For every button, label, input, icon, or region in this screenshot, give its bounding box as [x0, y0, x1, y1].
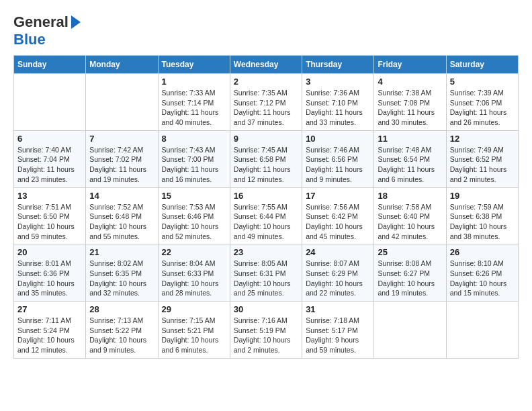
day-number: 1 — [162, 77, 226, 87]
daylight-text: Daylight: 10 hours and 52 minutes. — [162, 222, 219, 240]
calendar-cell: 17 Sunrise: 7:56 AM Sunset: 6:42 PM Dayl… — [302, 187, 374, 244]
calendar-cell: 6 Sunrise: 7:40 AM Sunset: 7:04 PM Dayli… — [14, 130, 86, 187]
sunrise-text: Sunrise: 7:52 AM — [89, 203, 143, 211]
day-number: 30 — [234, 304, 298, 314]
day-number: 10 — [306, 134, 370, 144]
sunset-text: Sunset: 7:00 PM — [162, 155, 214, 163]
calendar-cell: 7 Sunrise: 7:42 AM Sunset: 7:02 PM Dayli… — [86, 130, 158, 187]
calendar-cell: 28 Sunrise: 7:13 AM Sunset: 5:22 PM Dayl… — [86, 302, 158, 359]
sunset-text: Sunset: 5:17 PM — [306, 326, 358, 334]
day-info: Sunrise: 8:01 AM Sunset: 6:36 PM Dayligh… — [17, 259, 82, 298]
sunrise-text: Sunrise: 7:40 AM — [17, 146, 71, 154]
daylight-text: Daylight: 10 hours and 9 minutes. — [89, 336, 146, 354]
day-number: 8 — [162, 134, 226, 144]
daylight-text: Daylight: 10 hours and 6 minutes. — [162, 336, 219, 354]
day-info: Sunrise: 8:07 AM Sunset: 6:29 PM Dayligh… — [306, 259, 370, 298]
calendar-cell: 4 Sunrise: 7:38 AM Sunset: 7:08 PM Dayli… — [374, 74, 446, 131]
calendar-cell: 27 Sunrise: 7:11 AM Sunset: 5:24 PM Dayl… — [14, 302, 86, 359]
calendar-cell: 25 Sunrise: 8:08 AM Sunset: 6:27 PM Dayl… — [374, 244, 446, 302]
sunrise-text: Sunrise: 7:35 AM — [234, 89, 287, 97]
daylight-text: Daylight: 10 hours and 38 minutes. — [450, 222, 507, 240]
sunrise-text: Sunrise: 7:36 AM — [306, 89, 359, 97]
sunset-text: Sunset: 7:14 PM — [162, 99, 214, 107]
calendar-week-3: 13 Sunrise: 7:51 AM Sunset: 6:50 PM Dayl… — [14, 187, 519, 244]
sunset-text: Sunset: 6:42 PM — [306, 212, 358, 220]
calendar-cell: 21 Sunrise: 8:02 AM Sunset: 6:35 PM Dayl… — [86, 244, 158, 302]
day-number: 21 — [89, 247, 154, 257]
calendar-cell — [446, 302, 518, 359]
sunset-text: Sunset: 7:02 PM — [89, 155, 142, 163]
sunset-text: Sunset: 6:44 PM — [234, 212, 286, 220]
day-number: 29 — [162, 304, 226, 314]
calendar-cell: 16 Sunrise: 7:55 AM Sunset: 6:44 PM Dayl… — [230, 187, 302, 244]
sunrise-text: Sunrise: 7:15 AM — [162, 316, 216, 324]
day-header-wednesday: Wednesday — [230, 56, 302, 74]
sunrise-text: Sunrise: 7:48 AM — [378, 146, 431, 154]
day-number: 4 — [378, 77, 442, 87]
calendar-cell: 1 Sunrise: 7:33 AM Sunset: 7:14 PM Dayli… — [158, 74, 230, 131]
daylight-text: Daylight: 11 hours and 33 minutes. — [306, 108, 363, 126]
day-info: Sunrise: 7:13 AM Sunset: 5:22 PM Dayligh… — [89, 316, 154, 355]
sunset-text: Sunset: 6:46 PM — [162, 212, 214, 220]
calendar-cell: 19 Sunrise: 7:59 AM Sunset: 6:38 PM Dayl… — [446, 187, 518, 244]
sunrise-text: Sunrise: 7:45 AM — [234, 146, 287, 154]
sunset-text: Sunset: 7:06 PM — [450, 99, 502, 107]
sunrise-text: Sunrise: 7:51 AM — [17, 203, 71, 211]
day-info: Sunrise: 7:45 AM Sunset: 6:58 PM Dayligh… — [234, 145, 298, 185]
day-info: Sunrise: 7:36 AM Sunset: 7:10 PM Dayligh… — [306, 88, 370, 128]
daylight-text: Daylight: 11 hours and 23 minutes. — [17, 165, 75, 183]
calendar-cell: 13 Sunrise: 7:51 AM Sunset: 6:50 PM Dayl… — [14, 187, 86, 244]
sunrise-text: Sunrise: 7:11 AM — [17, 316, 71, 324]
sunrise-text: Sunrise: 7:16 AM — [234, 316, 287, 324]
daylight-text: Daylight: 10 hours and 32 minutes. — [89, 279, 146, 298]
daylight-text: Daylight: 10 hours and 22 minutes. — [306, 279, 363, 298]
day-info: Sunrise: 7:53 AM Sunset: 6:46 PM Dayligh… — [162, 202, 226, 242]
day-number: 22 — [162, 247, 226, 257]
daylight-text: Daylight: 11 hours and 30 minutes. — [378, 108, 435, 126]
sunrise-text: Sunrise: 7:43 AM — [162, 146, 216, 154]
calendar-week-1: 1 Sunrise: 7:33 AM Sunset: 7:14 PM Dayli… — [14, 74, 519, 131]
day-info: Sunrise: 8:05 AM Sunset: 6:31 PM Dayligh… — [234, 259, 298, 298]
calendar-cell: 15 Sunrise: 7:53 AM Sunset: 6:46 PM Dayl… — [158, 187, 230, 244]
sunset-text: Sunset: 6:56 PM — [306, 155, 358, 163]
daylight-text: Daylight: 10 hours and 35 minutes. — [17, 279, 75, 298]
day-header-monday: Monday — [86, 56, 158, 74]
calendar-cell — [14, 74, 86, 131]
day-info: Sunrise: 7:49 AM Sunset: 6:52 PM Dayligh… — [450, 145, 515, 185]
day-number: 15 — [162, 191, 226, 201]
day-number: 6 — [17, 134, 82, 144]
daylight-text: Daylight: 11 hours and 37 minutes. — [234, 108, 291, 126]
daylight-text: Daylight: 11 hours and 40 minutes. — [162, 108, 219, 126]
day-number: 18 — [378, 191, 442, 201]
sunrise-text: Sunrise: 7:56 AM — [306, 203, 359, 211]
calendar-cell: 31 Sunrise: 7:18 AM Sunset: 5:17 PM Dayl… — [302, 302, 374, 359]
daylight-text: Daylight: 11 hours and 6 minutes. — [378, 165, 435, 183]
calendar-cell: 22 Sunrise: 8:04 AM Sunset: 6:33 PM Dayl… — [158, 244, 230, 302]
sunset-text: Sunset: 6:35 PM — [89, 269, 142, 277]
day-number: 9 — [234, 134, 298, 144]
daylight-text: Daylight: 11 hours and 19 minutes. — [89, 165, 146, 183]
sunrise-text: Sunrise: 8:05 AM — [234, 259, 287, 267]
day-number: 11 — [378, 134, 442, 144]
day-info: Sunrise: 7:56 AM Sunset: 6:42 PM Dayligh… — [306, 202, 370, 242]
day-header-tuesday: Tuesday — [158, 56, 230, 74]
sunset-text: Sunset: 6:40 PM — [378, 212, 430, 220]
calendar-week-4: 20 Sunrise: 8:01 AM Sunset: 6:36 PM Dayl… — [14, 244, 519, 302]
day-number: 3 — [306, 77, 370, 87]
day-info: Sunrise: 7:52 AM Sunset: 6:48 PM Dayligh… — [89, 202, 154, 242]
daylight-text: Daylight: 11 hours and 9 minutes. — [306, 165, 363, 183]
daylight-text: Daylight: 11 hours and 12 minutes. — [234, 165, 291, 183]
sunrise-text: Sunrise: 8:10 AM — [450, 259, 504, 267]
calendar-week-2: 6 Sunrise: 7:40 AM Sunset: 7:04 PM Dayli… — [14, 130, 519, 187]
sunrise-text: Sunrise: 8:04 AM — [162, 259, 216, 267]
sunrise-text: Sunrise: 7:58 AM — [378, 203, 431, 211]
day-info: Sunrise: 7:42 AM Sunset: 7:02 PM Dayligh… — [89, 145, 154, 185]
day-info: Sunrise: 7:39 AM Sunset: 7:06 PM Dayligh… — [450, 88, 515, 128]
day-number: 2 — [234, 77, 298, 87]
calendar-cell: 18 Sunrise: 7:58 AM Sunset: 6:40 PM Dayl… — [374, 187, 446, 244]
day-number: 16 — [234, 191, 298, 201]
daylight-text: Daylight: 10 hours and 19 minutes. — [378, 279, 435, 298]
calendar-cell: 20 Sunrise: 8:01 AM Sunset: 6:36 PM Dayl… — [14, 244, 86, 302]
daylight-text: Daylight: 10 hours and 12 minutes. — [17, 336, 75, 354]
sunset-text: Sunset: 5:21 PM — [162, 326, 214, 334]
